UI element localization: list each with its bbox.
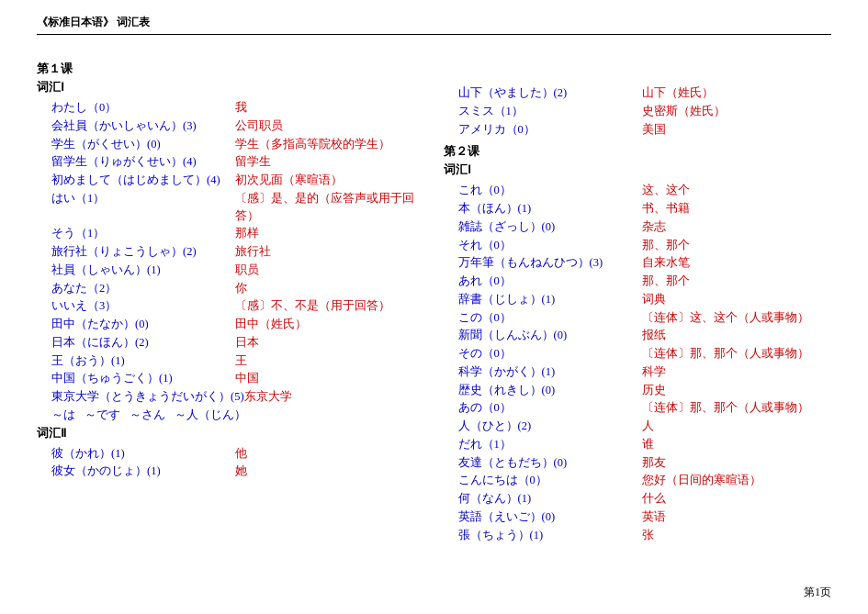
vocab-jp: 東京大学（とうきょうだいがく）(5)	[51, 388, 244, 406]
vocab-jp: スミス（1）	[458, 103, 642, 120]
section1-extra-items: 山下（やました）(2) 山下（姓氏） スミス（1） 史密斯（姓氏） アメリカ（0…	[444, 84, 832, 138]
vocab-cn: 科学	[642, 363, 832, 381]
section2-subsection1-title: 词汇Ⅰ	[444, 162, 832, 178]
vocab-jp: 歴史（れきし）(0)	[458, 382, 642, 399]
list-item: 辞書（じしょ）(1) 词典	[458, 291, 832, 308]
header-bar: 《标准日本语》 词汇表	[37, 9, 831, 35]
vocab-cn: 他	[235, 445, 425, 463]
list-item: 留学生（りゅがくせい）(4) 留学生	[51, 153, 425, 171]
vocab-cn: 王	[235, 352, 425, 370]
list-item: 東京大学（とうきょうだいがく）(5) 东京大学	[51, 388, 425, 406]
vocab-cn: 那、那个	[642, 237, 832, 254]
vocab-jp: これ（0）	[458, 182, 642, 199]
vocab-jp: だれ（1）	[458, 436, 642, 453]
list-item: 英語（えいご）(0) 英语	[458, 508, 832, 526]
vocab-jp: 会社員（かいしゃいん）(3)	[51, 117, 235, 135]
vocab-jp: あれ（0）	[458, 273, 642, 290]
vocab-cn: 历史	[642, 382, 832, 399]
list-item: 雑誌（ざっし）(0) 杂志	[458, 218, 832, 236]
list-item: 歴史（れきし）(0) 历史	[458, 382, 832, 399]
list-item: 彼（かれ）(1) 他	[51, 445, 425, 463]
vocab-cn: 那友	[642, 454, 832, 472]
vocab-jp: 中国（ちゅうごく）(1)	[51, 370, 235, 387]
vocab-jp: 旅行社（りょこうしゃ）(2)	[51, 243, 235, 261]
vocab-jp: いいえ（3）	[51, 297, 235, 315]
vocab-cn: 人	[642, 418, 832, 435]
list-item: 本（ほん）(1) 书、书籍	[458, 200, 832, 218]
vocab-cn: 留学生	[235, 153, 425, 171]
vocab-jp: 新聞（しんぶん）(0)	[458, 327, 642, 344]
list-item: 初めまして（はじめまして）(4) 初次见面（寒暄语）	[51, 172, 425, 189]
subsection1-title: 词汇Ⅰ	[37, 79, 425, 95]
vocab-jp: 山下（やました）(2)	[458, 84, 642, 102]
list-item: 旅行社（りょこうしゃ）(2) 旅行社	[51, 243, 425, 261]
list-item: そう（1） 那样	[51, 225, 425, 242]
vocab-jp: そう（1）	[51, 225, 235, 242]
vocab-cn: 她	[235, 463, 425, 480]
vocab-cn: 初次见面（寒暄语）	[235, 172, 425, 189]
list-item: この（0） 〔连体〕这、这个（人或事物）	[458, 309, 832, 327]
list-item: 彼女（かのじょ）(1) 她	[51, 463, 425, 480]
vocab-jp: 彼（かれ）(1)	[51, 445, 235, 463]
vocab-jp: 雑誌（ざっし）(0)	[458, 218, 642, 236]
vocab-cn: 〔连体〕这、这个（人或事物）	[642, 309, 832, 327]
list-item: 山下（やました）(2) 山下（姓氏）	[458, 84, 832, 102]
list-item: 友達（ともだち）(0) 那友	[458, 454, 832, 472]
vocab-cn: 英语	[642, 508, 832, 526]
vocab-cn: 〔连体〕那、那个（人或事物）	[642, 399, 832, 417]
section2-items: これ（0） 这、这个 本（ほん）(1) 书、书籍 雑誌（ざっし）(0) 杂志 そ…	[444, 182, 832, 543]
list-item: 日本（にほん）(2) 日本	[51, 334, 425, 352]
vocab-jp: 留学生（りゅがくせい）(4)	[51, 153, 235, 171]
vocab-jp: その（0）	[458, 345, 642, 363]
vocab-jp: 田中（たなか）(0)	[51, 316, 235, 333]
list-item: 何（なん）(1) 什么	[458, 490, 832, 508]
list-item: 科学（かがく）(1) 科学	[458, 363, 832, 381]
vocab-cn: 这、这个	[642, 182, 832, 199]
vocab-cn: 您好（日间的寒暄语）	[642, 472, 832, 489]
list-item: アメリカ（0） 美国	[458, 121, 832, 139]
vocab-jp: 本（ほん）(1)	[458, 200, 642, 218]
vocab-jp: それ（0）	[458, 237, 642, 254]
special-item: ～です	[85, 407, 120, 424]
vocab-cn: 自来水笔	[642, 254, 832, 272]
vocab-cn: 〔感〕不、不是（用于回答）	[235, 297, 425, 315]
vocab-cn: 田中（姓氏）	[235, 316, 425, 333]
list-item: 会社員（かいしゃいん）(3) 公司职员	[51, 117, 425, 135]
vocab-cn: 美国	[642, 121, 832, 139]
vocab-jp: 万年筆（もんねんひつ）(3)	[458, 254, 642, 272]
vocab-cn: 杂志	[642, 218, 832, 236]
vocab-cn: 你	[235, 280, 425, 297]
vocab-jp: 英語（えいご）(0)	[458, 508, 642, 526]
list-item: はい（1） 〔感〕是、是的（应答声或用于回答）	[51, 190, 425, 225]
vocab-cn: 东京大学	[244, 388, 425, 406]
list-item: あれ（0） 那、那个	[458, 273, 832, 290]
vocab-cn: 公司职员	[235, 117, 425, 135]
vocab-jp: はい（1）	[51, 190, 235, 207]
list-item: 新聞（しんぶん）(0) 报纸	[458, 327, 832, 344]
vocab-jp: 王（おう）(1)	[51, 352, 235, 370]
vocab-jp: 日本（にほん）(2)	[51, 334, 235, 352]
list-item: こんにちは（0） 您好（日间的寒暄语）	[458, 472, 832, 489]
vocab-cn: 那样	[235, 225, 425, 242]
section1-title: 第１课	[37, 61, 425, 77]
vocab-jp: 人（ひと）(2)	[458, 418, 642, 435]
subsection2-title: 词汇Ⅱ	[37, 425, 425, 441]
vocab-cn: 报纸	[642, 327, 832, 344]
list-item: 中国（ちゅうごく）(1) 中国	[51, 370, 425, 387]
special-item: ～人（じん）	[175, 407, 246, 424]
content-columns: 第１课 词汇Ⅰ わたし（0） 我 会社員（かいしゃいん）(3) 公司职员 学生（…	[37, 51, 831, 544]
vocab-jp: わたし（0）	[51, 99, 235, 117]
vocab-cn: 那、那个	[642, 273, 832, 290]
list-item: あなた（2） 你	[51, 280, 425, 297]
list-item: 張（ちょう）(1) 张	[458, 527, 832, 544]
vocab-cn: 史密斯（姓氏）	[642, 103, 832, 120]
vocab-cn: 旅行社	[235, 243, 425, 261]
list-item: いいえ（3） 〔感〕不、不是（用于回答）	[51, 297, 425, 315]
page-number: 第1页	[804, 585, 831, 600]
vocab-cn: 山下（姓氏）	[642, 84, 832, 102]
list-item: 万年筆（もんねんひつ）(3) 自来水笔	[458, 254, 832, 272]
special-item: ～さん	[130, 407, 165, 424]
header-title: 《标准日本语》 词汇表	[37, 16, 150, 28]
vocab-cn: 〔感〕是、是的（应答声或用于回答）	[235, 190, 425, 225]
list-item: わたし（0） 我	[51, 99, 425, 117]
